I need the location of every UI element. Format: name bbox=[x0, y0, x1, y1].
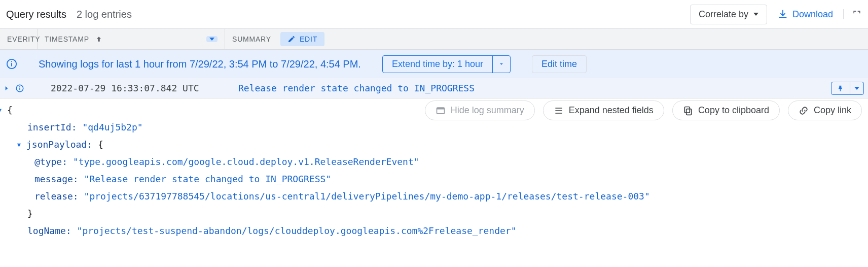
header-right: Correlate by Download bbox=[690, 5, 862, 24]
json-line: } bbox=[0, 205, 868, 222]
svg-rect-1 bbox=[11, 63, 12, 66]
download-button[interactable]: Download bbox=[777, 9, 833, 20]
log-entry-row[interactable]: 2022-07-29 16:33:07.842 UTC Release rend… bbox=[0, 78, 868, 98]
copy-link-button[interactable]: Copy link bbox=[788, 101, 862, 120]
chevron-down-icon bbox=[498, 60, 505, 68]
correlate-by-button[interactable]: Correlate by bbox=[690, 5, 767, 24]
json-line: message: "Release render state changed t… bbox=[0, 171, 868, 188]
extend-time-dropdown[interactable] bbox=[492, 56, 510, 73]
link-icon bbox=[799, 106, 809, 116]
json-line: @type: "type.googleapis.com/google.cloud… bbox=[0, 153, 868, 171]
pin-dropdown[interactable] bbox=[850, 82, 863, 94]
svg-rect-8 bbox=[686, 109, 692, 115]
pin-button[interactable] bbox=[831, 82, 850, 94]
col-timestamp[interactable]: TIMESTAMP bbox=[38, 29, 225, 49]
pencil-icon bbox=[287, 35, 296, 43]
correlate-label: Correlate by bbox=[699, 9, 748, 20]
svg-rect-4 bbox=[19, 87, 20, 90]
header-left: Query results 2 log entries bbox=[6, 9, 132, 20]
expand-nested-button[interactable]: Expand nested fields bbox=[543, 101, 664, 120]
arrow-up-icon bbox=[95, 36, 102, 43]
timestamp-dropdown[interactable] bbox=[206, 36, 218, 42]
copy-clipboard-button[interactable]: Copy to clipboard bbox=[672, 101, 780, 120]
chevron-down-icon bbox=[854, 87, 859, 90]
copy-icon bbox=[683, 106, 693, 116]
edit-time-button[interactable]: Edit time bbox=[532, 55, 587, 73]
download-icon bbox=[777, 9, 788, 20]
json-line: insertId: "qd4uj5b2p" bbox=[0, 119, 868, 136]
panel-icon bbox=[436, 106, 446, 116]
list-icon bbox=[554, 106, 564, 116]
header-bar: Query results 2 log entries Correlate by… bbox=[0, 0, 868, 28]
json-line: ▾jsonPayload: { bbox=[0, 136, 868, 153]
extend-time-button[interactable]: Extend time by: 1 hour bbox=[383, 56, 492, 73]
hide-log-summary-button: Hide log summary bbox=[425, 101, 535, 120]
json-actions: Hide log summary Expand nested fields Co… bbox=[425, 101, 862, 120]
page-title: Query results bbox=[6, 9, 66, 20]
fullscreen-icon[interactable] bbox=[843, 9, 862, 19]
expand-icon[interactable] bbox=[0, 85, 13, 92]
json-line: release: "projects/637197788545/location… bbox=[0, 188, 868, 205]
json-line: logName: "projects/test-suspend-abandon/… bbox=[0, 222, 868, 240]
svg-rect-7 bbox=[437, 108, 444, 109]
severity-info-icon bbox=[13, 84, 29, 93]
col-summary: SUMMARY bbox=[225, 29, 280, 49]
svg-rect-5 bbox=[19, 86, 20, 87]
svg-rect-9 bbox=[684, 107, 690, 113]
extend-time-group: Extend time by: 1 hour bbox=[382, 55, 511, 73]
columns-header: EVERITY TIMESTAMP SUMMARY EDIT bbox=[0, 28, 868, 50]
pin-group bbox=[831, 82, 864, 95]
svg-rect-2 bbox=[11, 61, 12, 62]
log-timestamp: 2022-07-29 16:33:07.842 UTC bbox=[29, 83, 237, 93]
log-summary: Release render state changed to IN_PROGR… bbox=[237, 83, 831, 93]
caret-down-icon[interactable]: ▾ bbox=[0, 102, 7, 119]
edit-summary-button[interactable]: EDIT bbox=[280, 32, 324, 46]
chevron-down-icon bbox=[209, 38, 214, 41]
log-count: 2 log entries bbox=[77, 9, 132, 20]
caret-down-icon[interactable]: ▾ bbox=[16, 136, 26, 153]
download-label: Download bbox=[792, 9, 833, 20]
chevron-down-icon bbox=[753, 13, 758, 16]
info-bar: Showing logs for last 1 hour from 7/29/2… bbox=[0, 50, 868, 78]
time-range-text: Showing logs for last 1 hour from 7/29/2… bbox=[39, 58, 361, 70]
info-icon bbox=[6, 58, 17, 70]
json-payload-area: Hide log summary Expand nested fields Co… bbox=[0, 98, 868, 240]
pin-icon bbox=[837, 84, 845, 92]
col-severity[interactable]: EVERITY bbox=[0, 29, 38, 49]
